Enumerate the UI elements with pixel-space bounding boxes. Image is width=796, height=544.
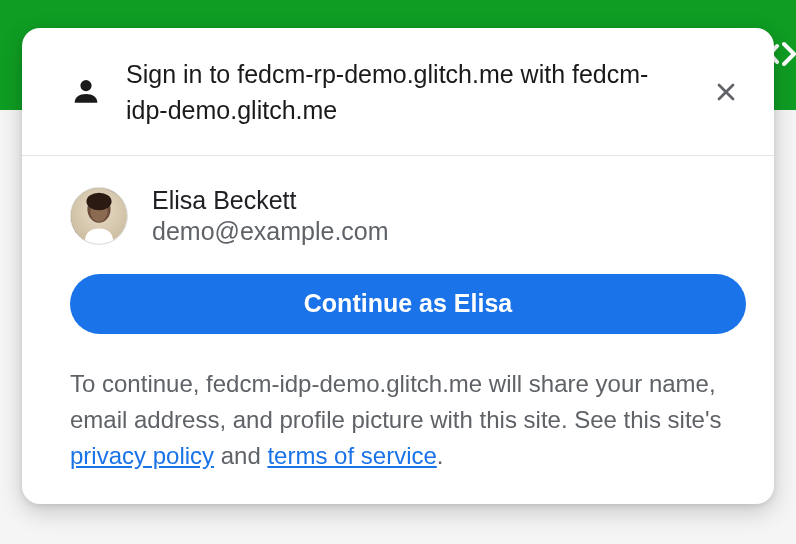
dialog-body: Elisa Beckett demo@example.com Continue … <box>22 156 774 504</box>
terms-of-service-link[interactable]: terms of service <box>267 442 436 469</box>
account-name: Elisa Beckett <box>152 186 389 215</box>
privacy-policy-link[interactable]: privacy policy <box>70 442 214 469</box>
disclaimer-suffix: . <box>437 442 444 469</box>
account-email: demo@example.com <box>152 217 389 246</box>
svg-point-0 <box>80 80 91 91</box>
svg-point-4 <box>86 192 111 209</box>
disclaimer-middle: and <box>214 442 267 469</box>
account-info: Elisa Beckett demo@example.com <box>152 186 389 246</box>
dialog-header: Sign in to fedcm-rp-demo.glitch.me with … <box>22 28 774 156</box>
chevron-right-icon <box>782 32 796 76</box>
disclaimer-text: To continue, fedcm-idp-demo.glitch.me wi… <box>70 366 750 474</box>
continue-button[interactable]: Continue as Elisa <box>70 274 746 334</box>
dialog-title: Sign in to fedcm-rp-demo.glitch.me with … <box>126 56 682 129</box>
close-button[interactable] <box>706 72 746 112</box>
disclaimer-prefix: To continue, fedcm-idp-demo.glitch.me wi… <box>70 370 722 433</box>
user-icon <box>70 76 102 108</box>
account-row: Elisa Beckett demo@example.com <box>70 186 750 246</box>
avatar <box>70 187 128 245</box>
fedcm-signin-dialog: Sign in to fedcm-rp-demo.glitch.me with … <box>22 28 774 504</box>
close-icon <box>714 80 738 104</box>
